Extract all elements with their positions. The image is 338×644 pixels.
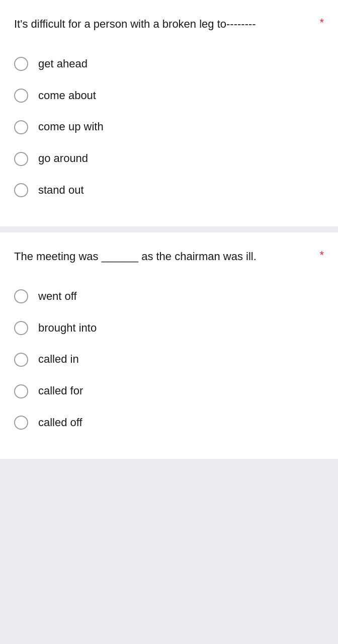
option-label-q2o2: brought into [38,320,97,336]
radio-q1o5[interactable] [14,183,28,197]
option-item-q2o3[interactable]: called in [14,344,324,375]
option-item-q1o5[interactable]: stand out [14,175,324,206]
question-text-1: It's difficult for a person with a broke… [14,16,324,32]
option-label-q1o5: stand out [38,183,84,198]
option-item-q1o1[interactable]: get ahead [14,48,324,80]
option-item-q2o1[interactable]: went off [14,281,324,312]
radio-q1o1[interactable] [14,57,28,71]
option-label-q2o4: called for [38,383,83,399]
option-label-q1o2: come about [38,88,96,104]
divider [0,226,338,232]
required-star-2: * [319,249,324,262]
radio-q2o4[interactable] [14,384,28,398]
option-item-q2o2[interactable]: brought into [14,312,324,344]
option-label-q1o3: come up with [38,119,104,135]
option-item-q1o2[interactable]: come about [14,80,324,112]
option-label-q1o1: get ahead [38,56,88,72]
radio-q1o2[interactable] [14,89,28,103]
radio-q1o3[interactable] [14,120,28,134]
radio-q2o3[interactable] [14,353,28,367]
option-label-q1o4: go around [38,151,88,167]
options-list-2: went off brought into called in called f… [14,281,324,439]
radio-q2o2[interactable] [14,321,28,335]
option-label-q2o3: called in [38,352,79,367]
radio-q1o4[interactable] [14,152,28,166]
option-label-q2o5: called off [38,415,82,431]
question-card-1: * It's difficult for a person with a bro… [0,0,338,226]
option-item-q1o4[interactable]: go around [14,143,324,175]
required-star-1: * [319,16,324,29]
question-text-2: The meeting was ______ as the chairman w… [14,249,324,265]
option-label-q2o1: went off [38,289,77,304]
radio-q2o5[interactable] [14,416,28,430]
option-item-q2o5[interactable]: called off [14,407,324,439]
radio-q2o1[interactable] [14,289,28,303]
option-item-q1o3[interactable]: come up with [14,111,324,143]
question-card-2: * The meeting was ______ as the chairman… [0,232,338,459]
option-item-q2o4[interactable]: called for [14,375,324,407]
options-list-1: get ahead come about come up with go aro… [14,48,324,206]
